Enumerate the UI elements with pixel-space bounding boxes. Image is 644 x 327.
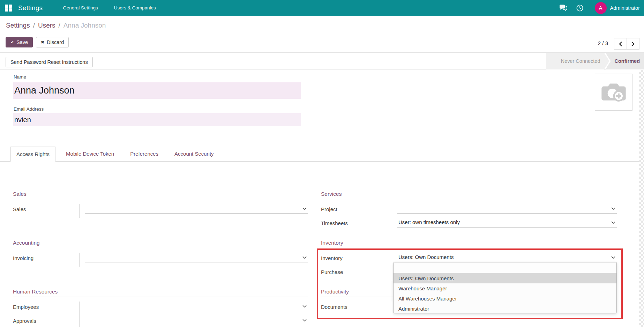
- breadcrumb-users[interactable]: Users: [38, 22, 55, 29]
- status-never-connected[interactable]: Never Connected: [546, 53, 609, 69]
- section-title-accounting: Accounting: [13, 239, 308, 248]
- pager-previous-button[interactable]: [614, 38, 627, 50]
- email-input[interactable]: nvien: [13, 113, 301, 126]
- breadcrumb: Settings/Users/Anna Johnson: [6, 20, 106, 31]
- section-title-services: Services: [321, 191, 617, 199]
- dropdown-option-administrator[interactable]: Administrator: [394, 304, 616, 313]
- status-confirmed[interactable]: Confirmed: [606, 53, 644, 69]
- user-name[interactable]: Administrator: [610, 5, 640, 11]
- breadcrumb-current: Anna Johnson: [63, 22, 106, 29]
- section-title-human-resources: Human Resources: [13, 288, 308, 297]
- field-row-timesheets: Timesheets User: own timesheets only: [321, 218, 617, 232]
- field-label-documents: Documents: [321, 302, 392, 315]
- breadcrumb-separator: /: [59, 22, 60, 29]
- app-name[interactable]: Settings: [18, 4, 43, 12]
- send-password-reset-button[interactable]: Send Password Reset Instructions: [6, 57, 93, 67]
- navbar-right: A Administrator: [551, 2, 640, 14]
- tab-access-rights[interactable]: Access Rights: [10, 147, 55, 162]
- inventory-select[interactable]: Users: Own Documents: [397, 253, 617, 262]
- check-icon: ✔: [10, 40, 14, 45]
- field-row-approvals: Approvals: [13, 315, 308, 327]
- dropdown-option-warehouse-manager[interactable]: Warehouse Manager: [394, 283, 616, 293]
- profile-image-upload[interactable]: [595, 74, 632, 111]
- tab-preferences[interactable]: Preferences: [125, 147, 164, 161]
- chevron-right-icon: [631, 41, 635, 47]
- timesheets-select-value: User: own timesheets only: [398, 219, 460, 225]
- discard-button[interactable]: ✖ Discard: [36, 37, 69, 47]
- email-field-label: Email Address: [14, 106, 44, 112]
- chevron-down-icon: [302, 256, 307, 259]
- inventory-select-value: Users: Own Documents: [398, 254, 454, 260]
- approvals-select[interactable]: [85, 315, 308, 325]
- section-sales: Sales Sales: [13, 191, 308, 218]
- section-services: Services Project Timesheets User: own ti…: [321, 191, 617, 232]
- employees-select[interactable]: [85, 302, 308, 311]
- field-row-invoicing: Invoicing: [13, 253, 308, 267]
- status-states: Never Connected Confirmed: [546, 53, 644, 69]
- field-label-timesheets: Timesheets: [321, 218, 392, 232]
- chevron-down-icon: [302, 319, 307, 321]
- breadcrumb-settings[interactable]: Settings: [6, 22, 30, 29]
- section-accounting: Accounting Invoicing: [13, 239, 308, 267]
- messages-icon[interactable]: [559, 4, 568, 12]
- discard-button-label: Discard: [47, 39, 64, 45]
- field-label-inventory: Inventory: [321, 253, 392, 267]
- name-input[interactable]: Anna Johnson: [13, 82, 301, 99]
- field-label-project: Project: [321, 204, 392, 218]
- invoicing-select[interactable]: [85, 253, 308, 262]
- settings-users-form-screen: Settings General Settings Users & Compan…: [0, 0, 644, 327]
- camera-plus-icon: [600, 81, 627, 103]
- field-label-invoicing: Invoicing: [13, 253, 80, 267]
- save-button[interactable]: ✔ Save: [6, 37, 33, 47]
- dropdown-option-empty[interactable]: [394, 262, 616, 273]
- save-button-label: Save: [16, 39, 28, 45]
- sales-select[interactable]: [85, 204, 308, 214]
- apps-menu-icon[interactable]: [5, 5, 12, 12]
- inventory-dropdown: Users: Own Documents Warehouse Manager A…: [393, 262, 617, 313]
- chevron-down-icon: [302, 305, 307, 307]
- chevron-left-icon: [619, 41, 622, 47]
- section-title-inventory: Inventory: [321, 239, 617, 248]
- pager: [614, 38, 639, 50]
- chevron-down-icon: [611, 207, 615, 210]
- field-label-employees: Employees: [13, 302, 80, 315]
- user-avatar[interactable]: A: [595, 2, 607, 14]
- field-row-project: Project: [321, 204, 617, 218]
- chevron-down-icon: [302, 207, 307, 210]
- field-row-employees: Employees: [13, 302, 308, 315]
- tab-account-security[interactable]: Account Security: [169, 147, 219, 161]
- tab-mobile-device-token[interactable]: Mobile Device Token: [60, 147, 120, 161]
- chevron-down-icon: [611, 221, 615, 224]
- pager-next-button[interactable]: [627, 38, 639, 50]
- field-label-purchase: Purchase: [321, 267, 392, 281]
- activities-clock-icon[interactable]: [576, 4, 584, 12]
- breadcrumb-separator: /: [33, 22, 35, 29]
- menu-users-companies[interactable]: Users & Companies: [114, 5, 156, 10]
- project-select[interactable]: [397, 204, 617, 214]
- name-field-label: Name: [14, 74, 26, 80]
- x-icon: ✖: [41, 40, 44, 45]
- field-label-approvals: Approvals: [13, 315, 80, 327]
- dropdown-option-users-own-documents[interactable]: Users: Own Documents: [394, 273, 616, 283]
- field-label-sales: Sales: [13, 204, 80, 218]
- transparency-checker-strip: [639, 70, 644, 327]
- statusbar: Send Password Reset Instructions Never C…: [0, 52, 644, 69]
- navbar-menus: General Settings Users & Companies: [63, 5, 156, 10]
- dropdown-option-all-warehouses-manager[interactable]: All Warehouses Manager: [394, 293, 616, 304]
- section-title-sales: Sales: [13, 191, 308, 199]
- chevron-down-icon: [611, 256, 615, 259]
- timesheets-select[interactable]: User: own timesheets only: [397, 218, 617, 228]
- section-human-resources: Human Resources Employees Approvals: [13, 288, 308, 327]
- pager-count: 2 / 3: [598, 40, 608, 46]
- top-navbar: Settings General Settings Users & Compan…: [0, 0, 644, 16]
- field-row-sales: Sales: [13, 204, 308, 218]
- notebook-tabs: Access Rights Mobile Device Token Prefer…: [0, 147, 639, 162]
- menu-general-settings[interactable]: General Settings: [63, 5, 98, 10]
